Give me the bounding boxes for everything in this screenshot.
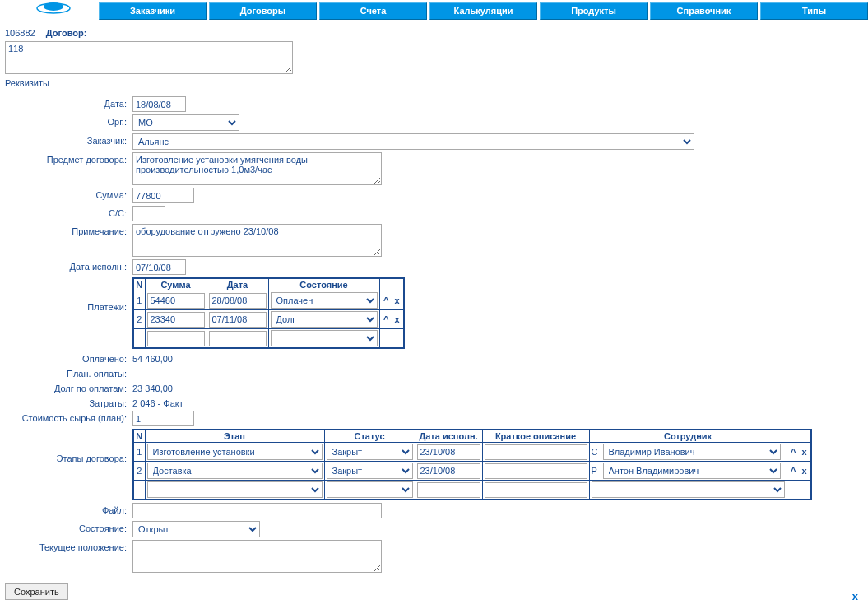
stg-hdr-n: N: [133, 430, 145, 443]
state-select[interactable]: Открыт: [132, 521, 260, 537]
document-id: 106882: [5, 28, 35, 38]
row-up-icon[interactable]: ^: [789, 447, 797, 457]
exec-date-label: Дата исполн.:: [5, 259, 132, 272]
stg-emp-select[interactable]: [592, 481, 785, 498]
stg-exec-input[interactable]: [417, 463, 480, 479]
pay-state-select[interactable]: Долг: [271, 311, 378, 328]
stage-row: 1 Изготовление установки Закрыт СВладими…: [133, 443, 811, 462]
row-delete-icon[interactable]: x: [800, 447, 808, 457]
customer-select[interactable]: Альянс: [132, 133, 694, 150]
nav-customers[interactable]: Заказчики: [99, 2, 207, 20]
stg-stage-select[interactable]: [147, 481, 323, 498]
stg-status-select[interactable]: Закрыт: [327, 463, 413, 479]
pay-hdr-date: Дата: [207, 278, 268, 291]
row-delete-icon[interactable]: x: [392, 295, 401, 305]
note-label: Примечание:: [5, 224, 132, 236]
pay-hdr-state: Состояние: [268, 278, 379, 291]
stg-n: 1: [133, 443, 145, 462]
stg-desc-input[interactable]: [485, 482, 587, 498]
org-select[interactable]: МО: [132, 114, 239, 131]
stages-table: N Этап Статус Дата исполн. Краткое описа…: [132, 429, 812, 500]
requisites-link[interactable]: Реквизиты: [5, 78, 49, 88]
stg-exec-input[interactable]: [417, 482, 480, 498]
pay-date-input[interactable]: [209, 293, 267, 309]
stage-row: 2 Доставка Закрыт РАнтон Владимирович ^ …: [133, 462, 811, 481]
date-input[interactable]: [132, 96, 186, 112]
note-input[interactable]: оборудование отгружено 23/10/08: [132, 224, 382, 257]
org-label: Орг.:: [5, 114, 132, 127]
paid-label: Оплачено:: [5, 351, 132, 364]
stg-emp-prefix: С: [592, 447, 603, 457]
stg-hdr-exec: Дата исполн.: [415, 430, 482, 443]
payment-row: 1 Оплачен ^ x: [133, 291, 404, 310]
stg-hdr-desc: Краткое описание: [482, 430, 589, 443]
stg-status-select[interactable]: [327, 481, 413, 498]
row-delete-icon[interactable]: x: [392, 314, 401, 324]
document-title-input[interactable]: 118: [5, 41, 293, 74]
debt-value: 23 340,00: [132, 381, 173, 393]
customer-label: Заказчик:: [5, 133, 132, 146]
plan-pay-label: План. оплаты:: [5, 366, 132, 379]
subject-label: Предмет договора:: [5, 152, 132, 165]
top-nav: Заказчики Договоры Счета Калькуляции Про…: [0, 0, 868, 20]
costs-label: Затраты:: [5, 396, 132, 408]
pay-sum-input[interactable]: [147, 312, 205, 328]
stg-stage-select[interactable]: Доставка: [147, 463, 323, 479]
nav-calculations[interactable]: Калькуляции: [429, 2, 537, 20]
payments-table: N Сумма Дата Состояние 1 Оплачен ^ x: [132, 277, 405, 349]
stg-hdr-stage: Этап: [145, 430, 324, 443]
nav-types[interactable]: Типы: [760, 2, 868, 20]
debt-label: Долг по оплатам:: [5, 381, 132, 393]
pay-date-input[interactable]: [209, 312, 267, 328]
pay-state-select[interactable]: [271, 330, 378, 346]
document-title-label: Договор:: [46, 28, 87, 38]
pay-n: 1: [133, 291, 145, 310]
subject-input[interactable]: Изготовление установки умягчения воды пр…: [132, 152, 382, 185]
raw-plan-label: Стоимость сырья (план):: [5, 411, 132, 423]
row-up-icon[interactable]: ^: [789, 466, 797, 476]
row-up-icon[interactable]: ^: [382, 295, 390, 305]
stages-label: Этапы договора:: [5, 429, 132, 463]
pay-sum-input[interactable]: [147, 331, 205, 346]
pay-hdr-sum: Сумма: [145, 278, 207, 291]
position-label: Текущее положение:: [5, 540, 132, 552]
payment-row: 2 Долг ^ x: [133, 310, 404, 329]
stg-hdr-emp: Сотрудник: [589, 430, 787, 443]
pay-hdr-n: N: [133, 278, 145, 291]
sum-input[interactable]: [132, 188, 194, 203]
stg-n: 2: [133, 462, 145, 481]
nav-reference[interactable]: Справочник: [650, 2, 758, 20]
position-input[interactable]: [132, 540, 382, 573]
raw-plan-input[interactable]: [132, 411, 194, 426]
stg-emp-select[interactable]: Антон Владимирович: [603, 463, 781, 479]
stg-stage-select[interactable]: Изготовление установки: [147, 444, 323, 460]
nav-contracts[interactable]: Договоры: [209, 2, 317, 20]
row-up-icon[interactable]: ^: [382, 314, 390, 324]
file-label: Файл:: [5, 503, 132, 515]
pay-n: 2: [133, 310, 145, 329]
paid-value: 54 460,00: [132, 351, 173, 364]
stg-status-select[interactable]: Закрыт: [327, 444, 413, 460]
payment-row-blank: [133, 329, 404, 349]
stg-emp-select[interactable]: Владимир Иванович: [603, 444, 781, 460]
pay-state-select[interactable]: Оплачен: [271, 292, 378, 309]
cc-label: С/С:: [5, 206, 132, 218]
state-label: Состояние:: [5, 521, 132, 533]
nav-products[interactable]: Продукты: [540, 2, 648, 20]
pay-date-input[interactable]: [209, 331, 267, 346]
file-input[interactable]: [132, 503, 382, 518]
logo-icon: [29, 0, 78, 16]
stg-exec-input[interactable]: [417, 444, 480, 460]
stg-desc-input[interactable]: [485, 444, 587, 460]
cc-input[interactable]: [132, 206, 165, 221]
stg-hdr-status: Статус: [324, 430, 415, 443]
sum-label: Сумма:: [5, 188, 132, 200]
pay-sum-input[interactable]: [147, 293, 205, 309]
payments-label: Платежи:: [5, 277, 132, 312]
exec-date-input[interactable]: [132, 259, 186, 275]
row-delete-icon[interactable]: x: [800, 466, 808, 476]
stg-desc-input[interactable]: [485, 463, 587, 479]
save-button[interactable]: Сохранить: [5, 583, 68, 600]
nav-accounts[interactable]: Счета: [319, 2, 427, 20]
close-page-icon[interactable]: x: [852, 590, 858, 602]
